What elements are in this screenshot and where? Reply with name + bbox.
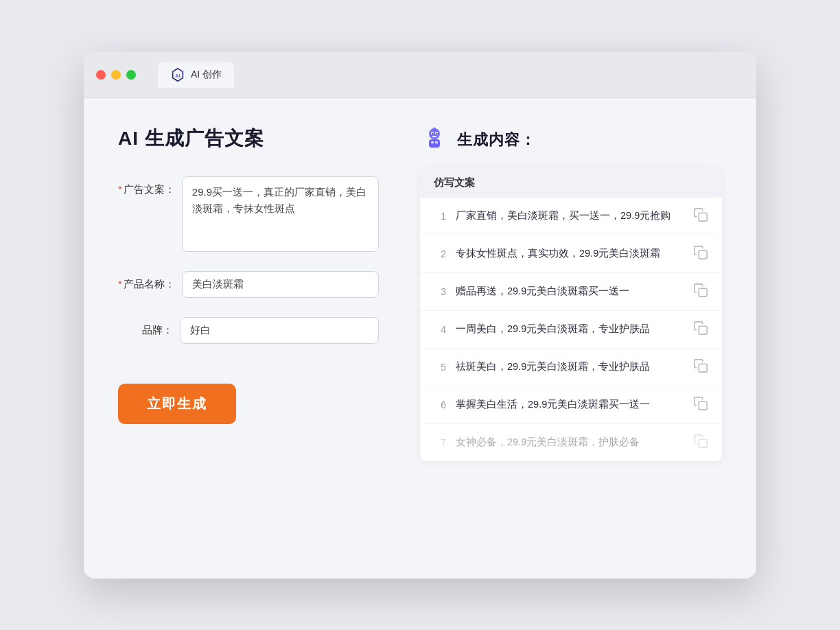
result-title: 生成内容： <box>457 130 536 150</box>
row-text: 祛斑美白，29.9元美白淡斑霜，专业护肤品 <box>456 360 684 375</box>
svg-rect-8 <box>429 139 440 148</box>
browser-content: AI 生成广告文案 *广告文案： 29.9买一送一，真正的厂家直销，美白淡斑霜，… <box>84 98 756 579</box>
row-number: 2 <box>434 248 446 259</box>
generate-button[interactable]: 立即生成 <box>118 384 236 424</box>
svg-rect-15 <box>699 288 707 296</box>
ad-copy-row: *广告文案： 29.9买一送一，真正的厂家直销，美白淡斑霜，专抹女性斑点 <box>118 176 379 252</box>
browser-window: AI AI 创作 AI 生成广告文案 *广告文案： 29.9买一送一，真正的厂家… <box>84 52 756 579</box>
svg-point-5 <box>432 132 434 134</box>
row-number: 3 <box>434 286 446 297</box>
row-number: 6 <box>434 399 446 410</box>
required-star-product: * <box>118 278 122 290</box>
svg-rect-19 <box>699 439 707 447</box>
traffic-lights <box>96 70 136 80</box>
ad-copy-label: *广告文案： <box>118 176 175 196</box>
product-row: *产品名称： <box>118 271 379 298</box>
right-panel: 生成内容： 仿写文案 1厂家直销，美白淡斑霜，买一送一，29.9元抢购 2专抹女… <box>420 126 722 551</box>
table-row: 4一周美白，29.9元美白淡斑霜，专业护肤品 <box>420 311 722 349</box>
table-row: 1厂家直销，美白淡斑霜，买一送一，29.9元抢购 <box>420 198 722 235</box>
svg-rect-18 <box>699 401 707 410</box>
copy-icon[interactable] <box>693 207 708 225</box>
copy-icon[interactable] <box>693 320 708 338</box>
svg-point-6 <box>436 132 438 134</box>
svg-rect-7 <box>432 136 436 137</box>
row-text: 赠品再送，29.9元美白淡斑霜买一送一 <box>456 284 684 299</box>
svg-rect-16 <box>699 326 707 334</box>
result-header: 生成内容： <box>420 126 722 154</box>
left-panel: AI 生成广告文案 *广告文案： 29.9买一送一，真正的厂家直销，美白淡斑霜，… <box>118 126 379 551</box>
table-row: 6掌握美白生活，29.9元美白淡斑霜买一送一 <box>420 386 722 424</box>
table-row: 5祛斑美白，29.9元美白淡斑霜，专业护肤品 <box>420 349 722 386</box>
brand-label: 品牌： <box>118 317 173 337</box>
ad-copy-input[interactable]: 29.9买一送一，真正的厂家直销，美白淡斑霜，专抹女性斑点 <box>182 176 379 252</box>
row-text: 专抹女性斑点，真实功效，29.9元美白淡斑霜 <box>456 246 684 261</box>
page-title: AI 生成广告文案 <box>118 126 379 152</box>
brand-row: 品牌： <box>118 317 379 344</box>
minimize-button[interactable] <box>111 70 121 80</box>
ai-tab-icon: AI <box>170 67 185 82</box>
copy-icon[interactable] <box>693 396 708 414</box>
svg-point-12 <box>434 127 436 129</box>
robot-icon <box>420 126 449 154</box>
table-row: 3赠品再送，29.9元美白淡斑霜买一送一 <box>420 273 722 311</box>
copy-icon[interactable] <box>693 434 708 452</box>
maximize-button[interactable] <box>126 70 136 80</box>
svg-rect-14 <box>699 250 707 259</box>
result-table: 仿写文案 1厂家直销，美白淡斑霜，买一送一，29.9元抢购 2专抹女性斑点，真实… <box>420 168 722 461</box>
product-label: *产品名称： <box>118 271 175 291</box>
row-text: 一周美白，29.9元美白淡斑霜，专业护肤品 <box>456 322 684 337</box>
svg-rect-13 <box>699 213 707 221</box>
product-input[interactable] <box>182 271 379 298</box>
copy-icon[interactable] <box>693 358 708 376</box>
required-star-ad: * <box>118 183 122 195</box>
row-text: 厂家直销，美白淡斑霜，买一送一，29.9元抢购 <box>456 209 684 224</box>
row-text: 女神必备，29.9元美白淡斑霜，护肤必备 <box>456 435 684 450</box>
tab-label: AI 创作 <box>191 69 222 81</box>
row-number: 7 <box>434 437 446 448</box>
svg-rect-17 <box>699 364 707 372</box>
row-text: 掌握美白生活，29.9元美白淡斑霜买一送一 <box>456 397 684 412</box>
brand-input[interactable] <box>180 317 379 344</box>
table-header: 仿写文案 <box>420 168 722 198</box>
ai-tab[interactable]: AI AI 创作 <box>158 62 234 88</box>
row-number: 4 <box>434 324 446 335</box>
svg-rect-9 <box>431 141 434 143</box>
table-row: 7女神必备，29.9元美白淡斑霜，护肤必备 <box>420 424 722 461</box>
svg-rect-10 <box>435 141 438 143</box>
close-button[interactable] <box>96 70 106 80</box>
browser-titlebar: AI AI 创作 <box>84 52 756 98</box>
row-number: 1 <box>434 211 446 222</box>
svg-text:AI: AI <box>175 72 180 78</box>
table-row: 2专抹女性斑点，真实功效，29.9元美白淡斑霜 <box>420 235 722 273</box>
copy-icon[interactable] <box>693 245 708 263</box>
copy-icon[interactable] <box>693 283 708 301</box>
row-number: 5 <box>434 362 446 373</box>
